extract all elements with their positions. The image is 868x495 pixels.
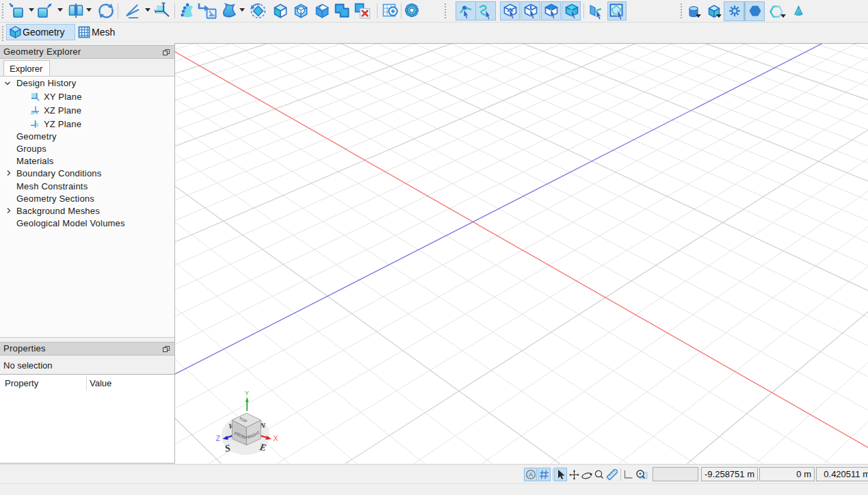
svg-text:Y: Y [245, 389, 250, 397]
svg-text:A: A [529, 471, 533, 478]
svg-text:Z: Z [216, 434, 221, 442]
svg-text:X: X [274, 434, 278, 442]
